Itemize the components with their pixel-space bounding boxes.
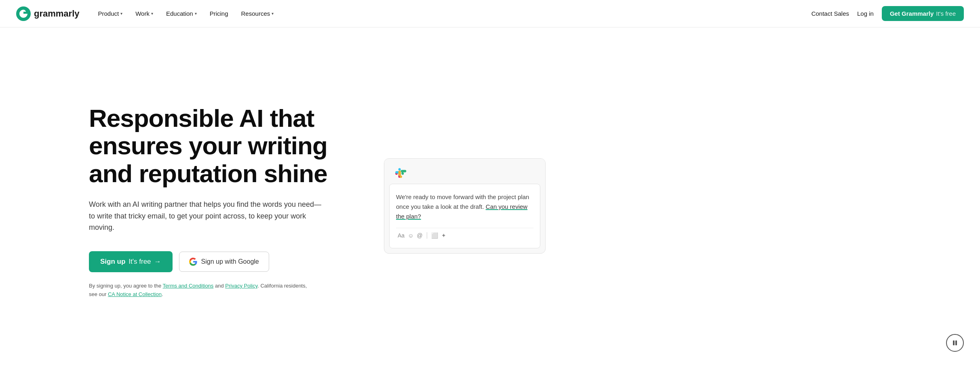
chevron-down-icon: ▾ xyxy=(272,11,274,16)
font-icon[interactable]: Aa xyxy=(398,232,405,239)
mic-icon[interactable]: ✦ xyxy=(441,232,446,239)
pause-button[interactable] xyxy=(946,334,964,352)
slack-demo-card: We're ready to move forward with the pro… xyxy=(384,158,546,254)
nav-education[interactable]: Education ▾ xyxy=(160,7,202,20)
privacy-link[interactable]: Privacy Policy xyxy=(225,283,257,289)
signup-button[interactable]: Sign up It's free → xyxy=(89,251,173,272)
svg-rect-1 xyxy=(953,340,955,345)
contact-sales-link[interactable]: Contact Sales xyxy=(811,10,849,17)
grammarly-logo-icon xyxy=(16,6,31,21)
attachment-icon[interactable]: ⬜ xyxy=(431,232,438,239)
chevron-down-icon: ▾ xyxy=(151,11,153,16)
google-icon xyxy=(189,258,197,266)
slack-logo-icon xyxy=(392,165,407,180)
hero-section: Responsible AI that ensures your writing… xyxy=(0,27,980,376)
login-button[interactable]: Log in xyxy=(857,10,874,17)
nav-resources[interactable]: Resources ▾ xyxy=(236,7,280,20)
hero-content: Responsible AI that ensures your writing… xyxy=(89,105,348,299)
pause-icon xyxy=(952,340,958,346)
brand-logo[interactable]: grammarly xyxy=(16,6,80,21)
google-signup-button[interactable]: Sign up with Google xyxy=(179,252,269,272)
nav-product[interactable]: Product ▾ xyxy=(93,7,129,20)
slack-message-text: We're ready to move forward with the pro… xyxy=(396,192,533,221)
hero-subtitle: Work with an AI writing partner that hel… xyxy=(89,199,323,233)
get-grammarly-button[interactable]: Get Grammarly It's free xyxy=(882,6,964,21)
toolbar-divider xyxy=(427,232,427,239)
chevron-down-icon: ▾ xyxy=(120,11,122,16)
terms-text: By signing up, you agree to the Terms an… xyxy=(89,282,307,299)
svg-rect-2 xyxy=(955,340,957,345)
nav-right: Contact Sales Log in Get Grammarly It's … xyxy=(811,6,964,21)
terms-link[interactable]: Terms and Conditions xyxy=(163,283,214,289)
slack-message-area: We're ready to move forward with the pro… xyxy=(389,184,540,248)
hero-title: Responsible AI that ensures your writing… xyxy=(89,105,348,187)
slack-card-header xyxy=(384,159,545,184)
brand-name: grammarly xyxy=(34,8,80,19)
nav-work[interactable]: Work ▾ xyxy=(130,7,159,20)
chevron-down-icon: ▾ xyxy=(195,11,197,16)
nav-pricing[interactable]: Pricing xyxy=(204,7,234,20)
navbar: grammarly Product ▾ Work ▾ Education ▾ P… xyxy=(0,0,980,27)
hero-demo: We're ready to move forward with the pro… xyxy=(380,150,550,254)
hero-cta-buttons: Sign up It's free → Sign up with Google xyxy=(89,251,348,272)
nav-menu: Product ▾ Work ▾ Education ▾ Pricing Res… xyxy=(93,7,811,20)
slack-toolbar: Aa ☺ @ ⬜ ✦ xyxy=(396,228,533,239)
emoji-icon[interactable]: ☺ xyxy=(408,232,413,239)
ca-notice-link[interactable]: CA Notice at Collection xyxy=(108,291,162,297)
mention-icon[interactable]: @ xyxy=(417,232,422,239)
